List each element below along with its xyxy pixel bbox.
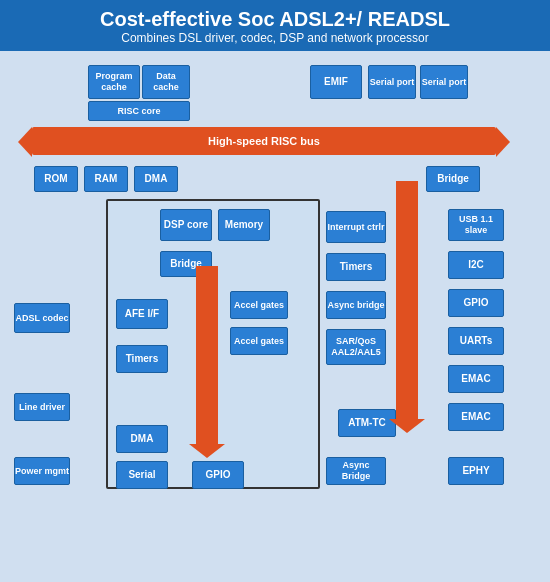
- interrupt-ctrl-box: Interrupt ctrlr: [326, 211, 386, 243]
- i2c-box: I2C: [448, 251, 504, 279]
- ram-box: RAM: [84, 166, 128, 192]
- accel-gates1-box: Accel gates: [230, 291, 288, 319]
- accel-gates2-box: Accel gates: [230, 327, 288, 355]
- usb-box: USB 1.1 slave: [448, 209, 504, 241]
- data-cache-box: Data cache: [142, 65, 190, 99]
- memory-box: Memory: [218, 209, 270, 241]
- page-wrapper: Cost-effective Soc ADSL2+/ READSL Combin…: [0, 0, 550, 582]
- risc-core-box: RISC core: [88, 101, 190, 121]
- timers-right-box: Timers: [326, 253, 386, 281]
- ephy-box: EPHY: [448, 457, 504, 485]
- timers-dsp-box: Timers: [116, 345, 168, 373]
- atm-tc-box: ATM-TC: [338, 409, 396, 437]
- async-bridge-bottom-box: Async Bridge: [326, 457, 386, 485]
- dma-top-box: DMA: [134, 166, 178, 192]
- async-bridge-right-box: Async bridge: [326, 291, 386, 319]
- serial-port2-box: Serial port: [420, 65, 468, 99]
- page-title: Cost-effective Soc ADSL2+/ READSL: [4, 8, 546, 31]
- page-header: Cost-effective Soc ADSL2+/ READSL Combin…: [0, 0, 550, 51]
- serial-bottom-box: Serial: [116, 461, 168, 489]
- line-driver-box: Line driver: [14, 393, 70, 421]
- adsl-codec-box: ADSL codec: [14, 303, 70, 333]
- gpio-right-box: GPIO: [448, 289, 504, 317]
- main-diagram: Program cache Data cache RISC core EMIF …: [0, 51, 550, 582]
- dma-bottom-box: DMA: [116, 425, 168, 453]
- gpio-inner-box: GPIO: [192, 461, 244, 489]
- emac2-box: EMAC: [448, 403, 504, 431]
- rom-box: ROM: [34, 166, 78, 192]
- dsp-core-box: DSP core: [160, 209, 212, 241]
- emac1-box: EMAC: [448, 365, 504, 393]
- risc-bus: High-speed RISC bus: [32, 127, 496, 155]
- page-subtitle: Combines DSL driver, codec, DSP and netw…: [4, 31, 546, 45]
- bridge-top-box: Bridge: [426, 166, 480, 192]
- afe-if-box: AFE I/F: [116, 299, 168, 329]
- power-mgmt-box: Power mgmt: [14, 457, 70, 485]
- emif-box: EMIF: [310, 65, 362, 99]
- serial-port1-box: Serial port: [368, 65, 416, 99]
- sar-qos-box: SAR/QoS AAL2/AAL5: [326, 329, 386, 365]
- uarts-box: UARTs: [448, 327, 504, 355]
- red-arrow-center: [196, 266, 218, 446]
- program-cache-box: Program cache: [88, 65, 140, 99]
- red-arrow-right: [396, 181, 418, 421]
